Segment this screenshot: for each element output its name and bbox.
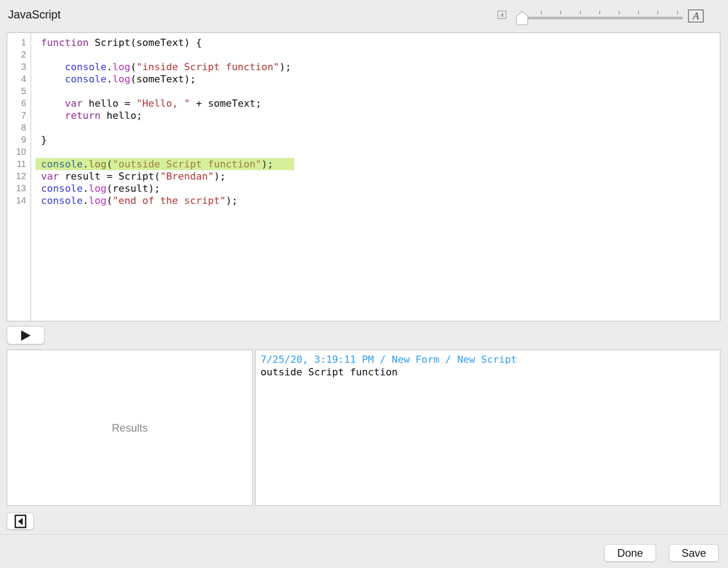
code-line: } <box>41 134 720 146</box>
done-button[interactable]: Done <box>604 544 656 562</box>
line-number: 14 <box>7 194 31 207</box>
font-size-slider-thumb[interactable] <box>516 11 529 26</box>
done-button-label: Done <box>617 547 643 559</box>
collapse-panel-icon <box>14 514 27 528</box>
line-number: 13 <box>7 182 31 194</box>
slider-tick <box>541 11 542 14</box>
code-lines: function Script(someText) { console.log(… <box>31 33 720 321</box>
line-number: 5 <box>7 85 31 97</box>
line-number: 11 <box>7 158 31 170</box>
font-size-slider-track[interactable] <box>522 17 683 19</box>
code-line <box>41 146 720 158</box>
collapse-results-button[interactable] <box>7 513 34 530</box>
line-number: 4 <box>7 73 31 85</box>
slider-tick <box>638 11 639 14</box>
slider-tick <box>677 11 678 14</box>
code-line: var hello = "Hello, " + someText; <box>41 97 720 109</box>
code-line: console.log(result); <box>41 182 720 194</box>
code-line <box>41 49 720 61</box>
line-number-gutter: 1234567891011121314 <box>7 33 31 321</box>
line-number: 7 <box>7 109 31 122</box>
code-line: return hello; <box>41 109 720 122</box>
save-button[interactable]: Save <box>669 544 719 562</box>
line-number: 8 <box>7 122 31 134</box>
slider-ticks <box>521 11 683 15</box>
code-editor[interactable]: 1234567891011121314 function Script(some… <box>7 32 720 321</box>
code-line <box>41 85 720 97</box>
line-number: 12 <box>7 170 31 182</box>
code-line: function Script(someText) { <box>41 36 720 49</box>
code-line: console.log("outside Script function"); <box>41 158 720 170</box>
highlighted-line-background: console.log("outside Script function"); <box>36 158 294 170</box>
slider-tick <box>560 11 561 14</box>
output-timestamp-line: 7/25/20, 3:19:11 PM / New Form / New Scr… <box>261 353 715 366</box>
code-line <box>41 122 720 134</box>
large-a-label: A <box>692 10 699 22</box>
slider-tick <box>580 11 581 14</box>
line-number: 1 <box>7 36 31 49</box>
slider-tick <box>657 11 658 14</box>
play-icon <box>21 330 31 341</box>
script-editor-window: JavaScript A A 1234567891011121314 funct… <box>0 0 728 568</box>
code-line: console.log("end of the script"); <box>41 194 720 207</box>
code-line: console.log(someText); <box>41 73 720 85</box>
line-number: 10 <box>7 146 31 158</box>
code-line: var result = Script("Brendan"); <box>41 170 720 182</box>
slider-tick <box>619 11 620 14</box>
results-panel: Results <box>7 350 253 506</box>
font-size-large-icon: A <box>688 9 704 23</box>
run-script-button[interactable] <box>7 326 45 344</box>
font-size-small-icon: A <box>498 11 506 19</box>
save-button-label: Save <box>682 547 706 559</box>
line-number: 3 <box>7 61 31 73</box>
page-title: JavaScript <box>8 8 61 21</box>
line-number: 2 <box>7 49 31 61</box>
line-number: 6 <box>7 97 31 109</box>
output-log-line: outside Script function <box>261 366 715 379</box>
code-line: console.log("inside Script function"); <box>41 61 720 73</box>
footer-divider <box>0 534 728 535</box>
line-number: 9 <box>7 134 31 146</box>
console-output-panel[interactable]: 7/25/20, 3:19:11 PM / New Form / New Scr… <box>255 350 720 506</box>
slider-tick <box>599 11 600 14</box>
small-a-label: A <box>500 12 503 18</box>
results-placeholder: Results <box>112 422 148 434</box>
